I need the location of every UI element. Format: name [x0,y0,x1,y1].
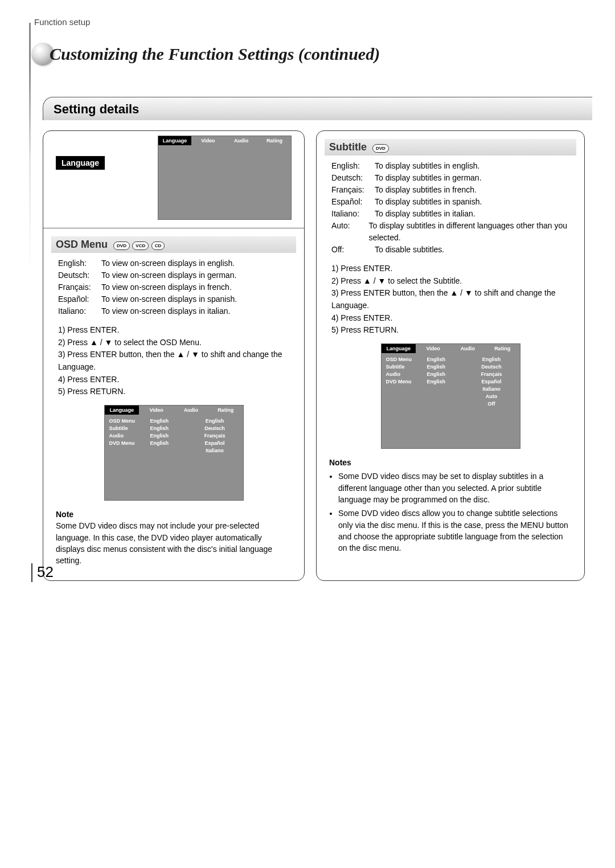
step: 1) Press ENTER. [58,324,289,337]
lang-key: English: [58,257,101,269]
lang-desc: To display subtitles in german. [375,172,482,184]
lang-key: Español: [331,196,375,208]
lang-desc: To view on-screen displays in german. [101,269,236,281]
lang-desc: To view on-screen displays in spanish. [101,293,237,305]
osd-opt: English [468,357,515,362]
section-title: Setting details [54,102,139,116]
lang-key: Italiano: [331,208,375,220]
lang-key: Deutsch: [331,172,375,184]
notes-title: Notes [329,457,572,468]
language-descriptions-osd: English:To view on-screen displays in en… [58,257,289,317]
osd-tab: Audio [225,136,258,145]
osd-val: English [150,425,191,431]
lang-key: Deutsch: [58,269,101,281]
step: 1) Press ENTER. [331,263,569,275]
osd-val: English [427,379,468,384]
osd-tab: Video [416,344,450,353]
note-block: Note Some DVD video discs may not includ… [56,509,292,566]
osd-opt: Italiano [191,448,239,453]
osd-item: DVD Menu [109,440,150,446]
osd-preview-empty: Language Video Audio Rating [158,136,292,220]
subheading-bar-osd-menu: OSD Menu DVD VCD CD [51,236,296,253]
osd-tab: Audio [450,344,485,353]
step: 3) Press ENTER button, then the ▲ / ▼ to… [58,350,282,371]
osd-opt: Deutsch [191,425,239,431]
disc-badge-vcd: VCD [132,241,149,250]
osd-val: English [427,357,468,362]
page-side-rule [29,23,31,575]
osd-item: DVD Menu [386,379,427,384]
note-item: Some DVD video discs may be set to displ… [338,470,572,505]
osd-opt: Español [191,440,239,446]
osd-tab: Video [139,406,174,415]
subheading-subtitle: Subtitle [329,141,367,153]
osd-tab: Language [105,406,140,415]
osd-preview-languages: Language Video Audio Rating OSD Menu Sub… [104,405,244,501]
osd-item: OSD Menu [109,418,150,424]
category-tab-language: Language [56,156,105,170]
step: 4) Press ENTER. [58,374,289,386]
lang-key: Español: [58,293,101,305]
section-heading-bar: Setting details [43,97,592,120]
step: 2) Press ▲ / ▼ to select the OSD Menu. [58,337,289,349]
lang-desc: To display subtitles in different langua… [369,220,569,244]
chapter-title: Customizing the Function Settings (conti… [50,44,380,64]
lang-key: Italiano: [58,305,101,317]
osd-item: Audio [386,371,427,377]
language-descriptions-subtitle: English:To display subtitles in english.… [331,160,569,256]
steps-subtitle: 1) Press ENTER. 2) Press ▲ / ▼ to select… [331,263,569,337]
osd-val: English [150,433,191,439]
note-text: Some DVD video discs may not include you… [56,520,292,566]
lang-key: Français: [58,281,101,293]
osd-val: English [427,364,468,370]
section-label: Function setup [34,17,592,27]
lang-desc: To view on-screen displays in english. [101,257,235,269]
osd-opt: Español [468,379,515,384]
lang-desc: To display subtitles in spanish. [375,196,482,208]
lang-key: Français: [331,184,375,196]
osd-opt: English [191,418,239,424]
osd-tab: Language [382,344,416,353]
osd-opt: Deutsch [468,364,515,370]
note-item: Some DVD video discs allow you to change… [338,507,572,554]
chapter-heading: Customizing the Function Settings (conti… [31,43,592,65]
step: 5) Press RETURN. [58,386,289,398]
osd-tab: Language [158,136,191,145]
osd-tab: Audio [174,406,208,415]
osd-opt: Italiano [468,386,515,392]
osd-val: English [150,440,191,446]
subheading-bar-subtitle: Subtitle DVD [325,139,576,155]
lang-desc: To disable subtitles. [375,244,444,256]
osd-tab: Rating [258,136,291,145]
osd-opt: Off [468,401,515,407]
lang-key: English: [331,160,375,172]
panel-language-osd: Language Language Video Audio Rating OSD… [43,130,305,581]
step: 3) Press ENTER button, then the ▲ / ▼ to… [331,288,555,310]
lang-desc: To display subtitles in italian. [375,208,475,220]
osd-tab: Rating [208,406,243,415]
lang-key: Off: [331,244,375,256]
osd-val: English [150,418,191,424]
lang-desc: To view on-screen displays in french. [101,281,232,293]
step: 4) Press ENTER. [331,312,569,325]
lang-desc: To view on-screen displays in italian. [101,305,230,317]
osd-opt: Français [191,433,239,439]
osd-opt: Auto [468,394,515,399]
step: 2) Press ▲ / ▼ to select the Subtitle. [331,275,569,288]
note-title: Note [56,509,292,520]
step: 5) Press RETURN. [331,324,569,337]
disc-badge-dvd: DVD [113,241,130,250]
osd-item: OSD Menu [386,357,427,362]
osd-opt: Français [468,371,515,377]
osd-item: Audio [109,433,150,439]
osd-item: Subtitle [109,425,150,431]
lang-key: Auto: [331,220,369,244]
subheading-osd-menu: OSD Menu [56,239,108,251]
lang-desc: To display subtitles in english. [375,160,479,172]
steps-osd-menu: 1) Press ENTER. 2) Press ▲ / ▼ to select… [58,324,289,398]
disc-badge-dvd: DVD [372,144,389,153]
osd-tab: Video [191,136,224,145]
notes-block: Notes Some DVD video discs may be set to… [329,457,572,554]
page-number: 52 [31,563,57,582]
lang-desc: To display subtitles in french. [375,184,477,196]
